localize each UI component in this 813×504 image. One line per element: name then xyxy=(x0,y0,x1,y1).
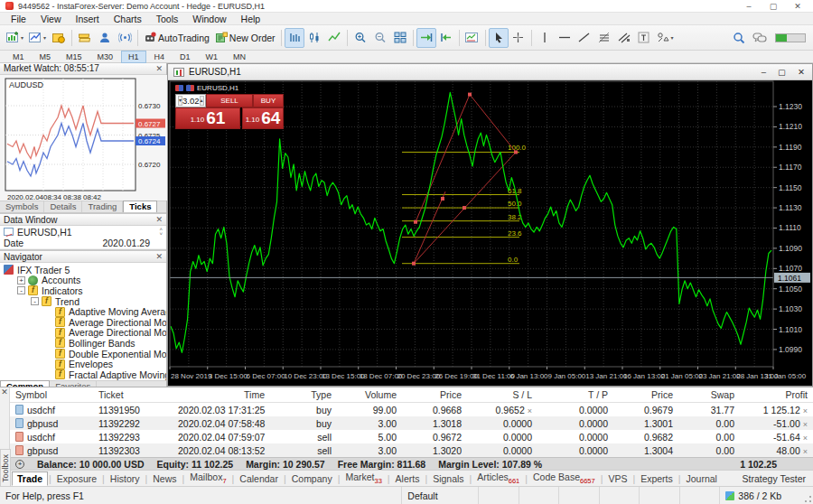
timeframe-m1[interactable]: M1 xyxy=(5,51,32,63)
toolbox-close-icon[interactable]: ✕ xyxy=(1,387,8,397)
volume-stepper[interactable]: ▾ 3.02 ▴ xyxy=(175,94,206,107)
tree-item-double-exponential-moving-av[interactable]: fDouble Exponential Moving Av xyxy=(0,349,166,359)
data-window-scroll-arrows[interactable]: ˄˅ xyxy=(159,228,163,237)
column-header-price[interactable]: Price xyxy=(402,389,467,400)
close-position-icon[interactable]: × xyxy=(803,406,808,415)
column-header-sl[interactable]: S / L xyxy=(467,389,537,400)
market-watch-tab-ticks[interactable]: Ticks xyxy=(123,201,157,212)
close-position-icon[interactable]: × xyxy=(528,406,532,415)
status-profile[interactable]: Default xyxy=(402,487,479,504)
objects-dropdown-icon[interactable]: ▾ xyxy=(671,34,674,41)
data-window-symbol-row[interactable]: EURUSD,H1 ˄˅ xyxy=(0,226,166,238)
collapse-icon[interactable]: - xyxy=(31,297,39,305)
menu-item-tools[interactable]: Tools xyxy=(149,14,186,24)
timeframe-d1[interactable]: D1 xyxy=(173,51,198,63)
chart-maximize-button[interactable]: ▢ xyxy=(778,67,786,77)
expand-balance-icon[interactable]: + xyxy=(15,460,24,469)
market-watch-tab-trading[interactable]: Trading xyxy=(82,201,123,212)
data-folder-button[interactable] xyxy=(49,28,69,48)
trendline-tool-button[interactable] xyxy=(575,28,594,48)
tree-item-indicators[interactable]: -fIndicators xyxy=(0,285,166,296)
timeframe-mn[interactable]: MN xyxy=(226,51,253,63)
timeframe-h1[interactable]: H1 xyxy=(121,51,146,63)
bottom-tab-signals[interactable]: Signals xyxy=(428,472,468,485)
volume-up-icon[interactable]: ▴ xyxy=(200,96,204,106)
bottom-tab-news[interactable]: News xyxy=(148,472,181,485)
market-watch-tab-details[interactable]: Details xyxy=(44,201,82,212)
strategy-tester-label[interactable]: Strategy Tester xyxy=(743,473,813,484)
column-header-symbol[interactable]: Symbol xyxy=(10,389,93,400)
menu-item-view[interactable]: View xyxy=(33,14,69,24)
bottom-tab-trade[interactable]: Trade xyxy=(12,471,48,486)
column-header-ticket[interactable]: Ticket xyxy=(93,389,173,400)
bottom-tab-code-base[interactable]: Code Base6657 xyxy=(528,471,600,486)
tick-chart[interactable]: 0.67300.67250.67200.67270.6724AUDUSD2020… xyxy=(0,75,167,201)
table-row[interactable]: gbpusd113923032020.02.04 08:13:52sell3.0… xyxy=(10,443,813,457)
tree-item-average-directional-movement[interactable]: fAverage Directional Movement xyxy=(0,317,166,328)
community-button[interactable] xyxy=(95,28,115,48)
window-minimize-button[interactable]: – xyxy=(744,2,753,11)
bottom-tab-alerts[interactable]: Alerts xyxy=(391,472,425,485)
column-header-swap[interactable]: Swap xyxy=(678,389,740,400)
close-position-icon[interactable]: × xyxy=(803,420,808,429)
profiles-dropdown-icon[interactable]: ▾ xyxy=(43,34,46,41)
tree-item-ifx-trader-5[interactable]: IFX Trader 5 xyxy=(0,265,166,275)
chart-shift-button[interactable] xyxy=(436,28,456,48)
column-header-volume[interactable]: Volume xyxy=(337,389,402,400)
objects-dropdown-button[interactable]: ▾ xyxy=(654,28,677,48)
chat-icon[interactable] xyxy=(752,32,768,43)
bottom-tab-articles[interactable]: Articles661 xyxy=(472,471,524,486)
window-close-button[interactable]: ✕ xyxy=(793,2,802,11)
indicators-dialog-button[interactable] xyxy=(463,28,482,48)
sell-button[interactable]: SELL xyxy=(206,94,253,107)
bottom-tab-company[interactable]: Company xyxy=(287,472,337,485)
line-chart-button[interactable] xyxy=(324,28,344,48)
crosshair-button[interactable] xyxy=(509,28,528,48)
horizontal-line-tool-button[interactable] xyxy=(555,28,575,48)
menu-item-charts[interactable]: Charts xyxy=(107,14,149,24)
chart-minimize-button[interactable]: – xyxy=(762,67,766,77)
fibonacci-tool-button[interactable] xyxy=(594,28,614,48)
new-order-button[interactable]: New Order xyxy=(212,28,278,48)
bottom-tab-experts[interactable]: Experts xyxy=(636,472,678,485)
column-header-price[interactable]: Price xyxy=(613,389,678,400)
collapse-icon[interactable]: - xyxy=(17,286,25,294)
timeframe-w1[interactable]: W1 xyxy=(199,51,226,63)
autotrading-button[interactable]: AutoTrading xyxy=(141,28,212,48)
timeframe-m15[interactable]: M15 xyxy=(59,51,89,63)
expand-icon[interactable]: + xyxy=(17,276,25,285)
resize-grip[interactable] xyxy=(802,487,813,504)
new-chart-dropdown-icon[interactable]: ▾ xyxy=(21,34,23,41)
close-position-icon[interactable]: × xyxy=(803,447,808,456)
chart-close-button[interactable]: ✕ xyxy=(798,67,805,77)
timeframe-m5[interactable]: M5 xyxy=(33,51,59,63)
signals-button[interactable] xyxy=(115,28,135,48)
data-window-close-icon[interactable]: ✕ xyxy=(155,215,163,224)
menu-item-insert[interactable]: Insert xyxy=(69,14,107,24)
bottom-tab-exposure[interactable]: Exposure xyxy=(52,472,101,485)
chart-window-title-bar[interactable]: EURUSD,H1 – ▢ ✕ xyxy=(168,64,812,80)
zoom-out-button[interactable] xyxy=(370,28,390,48)
table-row[interactable]: usdchf113922932020.02.04 07:59:07sell5.0… xyxy=(10,430,813,443)
menu-item-window[interactable]: Window xyxy=(185,14,233,24)
navigator-title-bar[interactable]: Navigator ✕ xyxy=(0,251,166,263)
channel-tool-button[interactable] xyxy=(614,28,634,48)
market-watch-close-icon[interactable]: ✕ xyxy=(155,64,163,73)
market-watch-tab-symbols[interactable]: Symbols xyxy=(0,201,44,212)
menu-item-file[interactable]: File xyxy=(4,14,33,24)
text-tool-button[interactable] xyxy=(634,28,654,48)
candles-chart-button[interactable] xyxy=(304,28,324,48)
volume-value[interactable]: 3.02 xyxy=(182,96,200,106)
auto-scroll-button[interactable] xyxy=(416,28,436,48)
zoom-in-button[interactable] xyxy=(350,28,370,48)
bars-chart-button[interactable] xyxy=(285,28,304,48)
bottom-tab-history[interactable]: History xyxy=(106,472,145,485)
table-row[interactable]: gbpusd113922922020.02.04 07:58:48buy3.00… xyxy=(10,416,813,430)
buy-price-panel[interactable]: 1.10 64 xyxy=(242,107,284,129)
tree-item-adaptive-moving-average[interactable]: fAdaptive Moving Average xyxy=(0,306,166,317)
tree-item-fractal-adaptive-moving-aver[interactable]: fFractal Adaptive Moving Aver xyxy=(0,369,166,380)
vertical-line-tool-button[interactable] xyxy=(535,28,555,48)
close-position-icon[interactable]: × xyxy=(803,434,808,443)
tree-item-average-directional-movement[interactable]: fAverage Directional Movement xyxy=(0,328,166,339)
menu-item-help[interactable]: Help xyxy=(234,14,268,24)
